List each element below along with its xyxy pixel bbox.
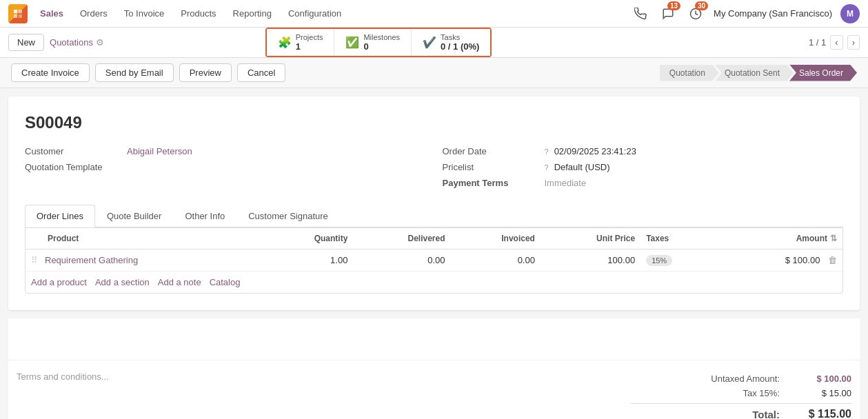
status-breadcrumb: Quotation Quotation Sent Sales Order: [660, 65, 857, 81]
add-product-link[interactable]: Add a product: [31, 277, 87, 287]
order-table: Product Quantity Delivered Invoiced Unit…: [26, 228, 842, 272]
catalog-link[interactable]: Catalog: [210, 277, 241, 287]
order-date-label: Order Date: [443, 146, 539, 156]
col-quantity: Quantity: [263, 228, 353, 249]
next-arrow[interactable]: ›: [847, 35, 860, 50]
messages-badge: 13: [667, 1, 680, 10]
create-invoice-button[interactable]: Create Invoice: [11, 63, 90, 82]
nav-to-invoice[interactable]: To Invoice: [117, 6, 172, 21]
projects-label: Projects: [296, 33, 323, 41]
col-product: Product: [26, 228, 263, 249]
prev-arrow[interactable]: ‹: [830, 35, 842, 50]
pricelist-label: Pricelist: [443, 162, 539, 172]
row-quantity[interactable]: 1.00: [263, 249, 353, 272]
nav-configuration[interactable]: Configuration: [281, 6, 348, 21]
gear-icon[interactable]: ⚙: [96, 37, 104, 48]
row-invoiced: 0.00: [451, 249, 541, 272]
col-amount: Amount ⇅: [716, 228, 842, 249]
nav-right: 13 30 My Company (San Francisco) M: [631, 4, 860, 23]
tax-label: Tax 15%:: [683, 388, 780, 398]
add-note-link[interactable]: Add a note: [158, 277, 201, 287]
table-header-row: Product Quantity Delivered Invoiced Unit…: [26, 228, 842, 249]
pagination-text: 1 / 1: [809, 37, 826, 48]
milestones-smart-btn[interactable]: ✅ Milestones 0: [334, 29, 412, 56]
bottom-section: [8, 318, 860, 360]
svg-rect-0: [14, 10, 17, 13]
terms-area[interactable]: Terms and conditions...: [17, 371, 631, 419]
smart-buttons: 🧩 Projects 1 ✅ Milestones 0 ✔️ Tasks 0 /…: [265, 28, 492, 57]
tasks-smart-btn[interactable]: ✔️ Tasks 0 / 1 (0%): [412, 29, 490, 56]
svg-rect-3: [19, 14, 22, 17]
amount-sort-icon[interactable]: ⇅: [830, 234, 837, 243]
breadcrumb-label: Quotations: [50, 37, 93, 48]
drag-handle-icon[interactable]: ⠿: [31, 255, 38, 265]
status-quotation-sent[interactable]: Quotation Sent: [715, 65, 794, 81]
row-taxes[interactable]: 15%: [640, 249, 716, 272]
tax-badge: 15%: [646, 255, 672, 266]
preview-button[interactable]: Preview: [179, 63, 232, 82]
col-invoiced: Invoiced: [451, 228, 541, 249]
payment-terms-label: Payment Terms: [443, 178, 539, 188]
nav-sales[interactable]: Sales: [33, 6, 70, 21]
add-row: Add a product Add a section Add a note C…: [26, 272, 842, 293]
nav-products[interactable]: Products: [174, 6, 223, 21]
order-date-value: 02/09/2025 23:41:23: [554, 146, 636, 156]
status-sales-order[interactable]: Sales Order: [789, 65, 857, 81]
add-section-link[interactable]: Add a section: [95, 277, 150, 287]
status-quotation[interactable]: Quotation: [660, 65, 719, 81]
milestones-icon: ✅: [345, 36, 359, 49]
nav-reporting[interactable]: Reporting: [226, 6, 279, 21]
activity-badge: 30: [695, 1, 708, 10]
tasks-count: 0 / 1 (0%): [441, 41, 479, 52]
tab-customer-signature[interactable]: Customer Signature: [236, 205, 340, 227]
template-row: Quotation Template: [25, 159, 426, 175]
form-left: Customer Abigail Peterson Quotation Temp…: [25, 143, 426, 191]
delete-row-icon[interactable]: 🗑: [828, 255, 837, 265]
customer-label: Customer: [25, 146, 121, 156]
product-link[interactable]: Requirement Gathering: [45, 255, 138, 265]
projects-icon: 🧩: [278, 36, 292, 49]
user-avatar[interactable]: M: [840, 4, 860, 23]
nav-orders[interactable]: Orders: [73, 6, 114, 21]
messages-icon-btn[interactable]: 13: [658, 4, 678, 23]
tab-other-info[interactable]: Other Info: [173, 205, 236, 227]
row-product: ⠿ Requirement Gathering: [26, 249, 263, 272]
secondary-nav: New Quotations ⚙ 🧩 Projects 1 ✅ Mileston…: [0, 28, 868, 58]
milestones-label: Milestones: [363, 33, 400, 41]
tab-order-lines[interactable]: Order Lines: [25, 205, 95, 227]
tab-quote-builder[interactable]: Quote Builder: [95, 205, 174, 227]
total-value: $ 115.00: [796, 408, 851, 419]
terms-placeholder: Terms and conditions...: [17, 371, 109, 382]
app-logo[interactable]: [8, 4, 28, 23]
breadcrumb[interactable]: Quotations ⚙: [50, 37, 104, 48]
tasks-info: Tasks 0 / 1 (0%): [441, 33, 479, 52]
customer-value[interactable]: Abigail Peterson: [127, 146, 192, 156]
payment-terms-value[interactable]: Immediate: [545, 178, 587, 188]
untaxed-label: Untaxed Amount:: [683, 374, 780, 384]
milestones-count: 0: [363, 41, 400, 52]
form-fields: Customer Abigail Peterson Quotation Temp…: [25, 143, 843, 191]
untaxed-row: Untaxed Amount: $ 100.00: [631, 371, 851, 386]
phone-icon-btn[interactable]: [631, 4, 650, 23]
company-name: My Company (San Francisco): [714, 8, 832, 19]
projects-smart-btn[interactable]: 🧩 Projects 1: [267, 29, 335, 56]
activity-icon-btn[interactable]: 30: [686, 4, 705, 23]
col-unit-price: Unit Price: [541, 228, 640, 249]
main-content: S00049 Customer Abigail Peterson Quotati…: [8, 96, 860, 310]
svg-rect-2: [14, 14, 17, 17]
cancel-button[interactable]: Cancel: [237, 63, 285, 82]
send-by-email-button[interactable]: Send by Email: [95, 63, 174, 82]
projects-count: 1: [296, 41, 323, 52]
row-unit-price[interactable]: 100.00: [541, 249, 640, 272]
order-date-help[interactable]: ?: [545, 147, 549, 156]
col-delivered: Delivered: [353, 228, 450, 249]
total-label: Total:: [683, 409, 780, 420]
customer-row: Customer Abigail Peterson: [25, 143, 426, 159]
order-date-row: Order Date ? 02/09/2025 23:41:23: [443, 143, 844, 159]
row-delivered: 0.00: [353, 249, 450, 272]
pagination: 1 / 1 ‹ ›: [809, 35, 860, 50]
pricelist-help[interactable]: ?: [545, 163, 549, 172]
nav-items: Sales Orders To Invoice Products Reporti…: [33, 6, 631, 21]
pricelist-row: Pricelist ? Default (USD): [443, 159, 844, 175]
new-button[interactable]: New: [8, 34, 44, 51]
